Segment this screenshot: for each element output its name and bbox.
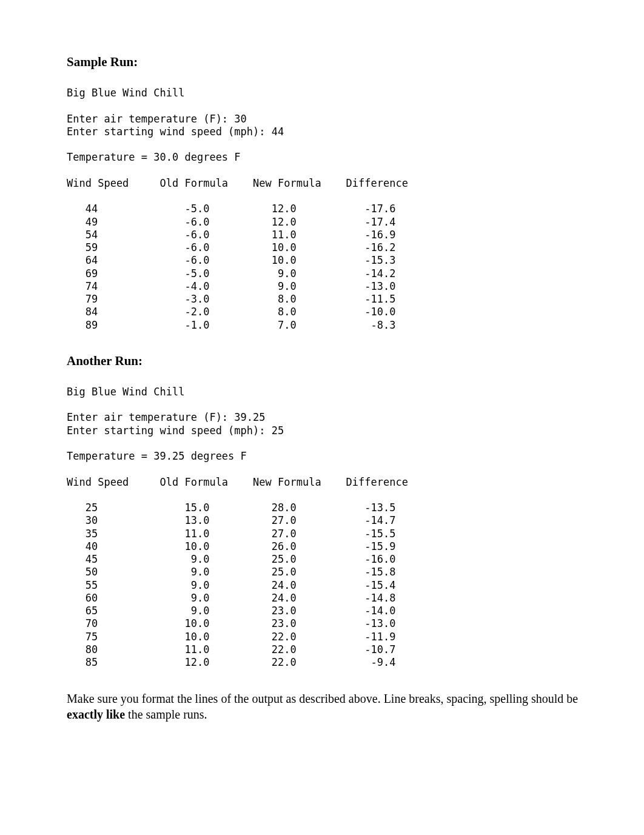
footer-text-bold: exactly like bbox=[67, 708, 125, 721]
heading-sample-run: Sample Run: bbox=[67, 55, 583, 70]
footer-text-pre: Make sure you format the lines of the ou… bbox=[67, 692, 578, 705]
footer-text-post: the sample runs. bbox=[125, 708, 207, 721]
heading-another-run: Another Run: bbox=[67, 354, 583, 369]
footer-instructions: Make sure you format the lines of the ou… bbox=[67, 691, 583, 722]
another-run-output: Big Blue Wind Chill Enter air temperatur… bbox=[67, 386, 583, 669]
sample-run-output: Big Blue Wind Chill Enter air temperatur… bbox=[67, 87, 583, 332]
